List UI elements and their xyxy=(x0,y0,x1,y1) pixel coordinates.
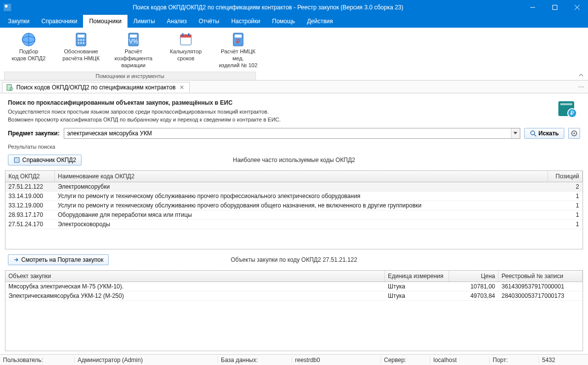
svg-point-33 xyxy=(531,131,535,135)
settings-button[interactable] xyxy=(568,128,580,139)
document-tab-label: Поиск кодов ОКПД/ОКПД2 по спецификациям … xyxy=(16,84,175,91)
dropdown-icon[interactable] xyxy=(511,128,520,138)
menu-helpers[interactable]: Помощники xyxy=(83,15,127,28)
col-positions[interactable]: Позиций xyxy=(548,171,583,182)
objects-toolbar: Смотреть на Портале закупок Объекты заку… xyxy=(5,253,583,266)
svg-point-15 xyxy=(81,42,82,44)
col-price[interactable]: Цена xyxy=(449,271,499,282)
table-row[interactable]: 33.12.19.000 Услуги по ремонту и техниче… xyxy=(5,201,583,210)
okpd2-reference-button[interactable]: Справочник ОКПД2 xyxy=(8,155,82,165)
ribbon-group-label: Помощники и инструменты xyxy=(4,72,256,80)
globe-icon xyxy=(21,32,37,47)
menu-bar: Закупки Справочники Помощники Лимиты Ана… xyxy=(0,15,588,28)
col-object[interactable]: Объект закупки xyxy=(5,271,385,282)
col-code[interactable]: Код ОКПД2 xyxy=(5,171,55,182)
menu-analysis[interactable]: Анализ xyxy=(161,15,193,28)
page-title: Поиск по проклассифицированным объектам … xyxy=(8,99,580,106)
tab-close-button[interactable]: ✕ xyxy=(178,84,185,91)
page-desc-1: Осуществляется поиск простым языком запр… xyxy=(8,108,580,116)
ribbon-label: Подбор кодов ОКПД2 xyxy=(12,48,46,62)
svg-point-11 xyxy=(78,40,80,41)
minimize-button[interactable] xyxy=(521,0,544,15)
search-button-label: Искать xyxy=(539,130,559,137)
search-row: Предмет закупки: Искать xyxy=(5,128,583,139)
results-grid-header: Код ОКПД2 Наименование кода ОКПД2 Позици… xyxy=(5,171,583,182)
svg-rect-3 xyxy=(552,5,557,10)
menu-actions[interactable]: Действия xyxy=(301,15,339,28)
svg-rect-25 xyxy=(235,35,242,38)
book-icon xyxy=(13,157,20,163)
search-label: Предмет закупки: xyxy=(8,130,60,137)
search-combo[interactable] xyxy=(64,128,520,139)
results-label: Результаты поиска xyxy=(5,144,583,150)
ribbon-label: Расчёт коэффициента вариации xyxy=(111,48,156,69)
status-port-value: 5432 xyxy=(539,357,588,364)
table-row[interactable]: 28.93.17.170 Оборудование для переработк… xyxy=(5,210,583,220)
svg-rect-21 xyxy=(180,35,191,38)
search-button[interactable]: Искать xyxy=(524,128,564,139)
view-portal-label: Смотреть на Портале закупок xyxy=(21,256,103,263)
view-portal-button[interactable]: Смотреть на Портале закупок xyxy=(8,254,109,265)
search-doc-icon xyxy=(6,84,13,91)
ribbon-label: Расчёт НМЦК мед. изделий № 102 xyxy=(215,48,261,69)
menu-settings[interactable]: Настройки xyxy=(225,15,266,28)
menu-references[interactable]: Справочники xyxy=(36,15,84,28)
svg-rect-30 xyxy=(560,103,572,105)
col-unit[interactable]: Единица измерения xyxy=(385,271,449,282)
title-bar: Поиск кодов ОКПД/ОКПД2 по спецификациям … xyxy=(0,0,588,15)
ribbon-medical-nmck[interactable]: ₽ Расчёт НМЦК мед. изделий № 102 xyxy=(213,31,263,70)
tab-options-button[interactable]: ⋯ xyxy=(574,83,588,90)
status-bar: Пользователь: Администратор (Admin) База… xyxy=(0,354,588,365)
search-input[interactable] xyxy=(64,128,511,138)
ribbon-label: Калькулятор сроков xyxy=(170,48,202,62)
app-icon xyxy=(0,3,15,11)
document-tab[interactable]: Поиск кодов ОКПД/ОКПД2 по спецификациям … xyxy=(2,82,190,92)
svg-point-16 xyxy=(83,42,84,44)
ribbon-nmck-justification[interactable]: Обоснование расчёта НМЦК xyxy=(56,31,106,70)
svg-rect-10 xyxy=(78,35,84,38)
table-row[interactable]: Электрическаямясорубка УКМ-12 (М-250) Шт… xyxy=(5,291,583,301)
page-header: Поиск по проклассифицированным объектам … xyxy=(5,99,583,124)
table-row[interactable]: 33.14.19.000 Услуги по ремонту и техниче… xyxy=(5,192,583,201)
objects-grid[interactable]: Объект закупки Единица измерения Цена Ре… xyxy=(5,270,583,351)
close-button[interactable] xyxy=(566,0,588,15)
col-name[interactable]: Наименование кода ОКПД2 xyxy=(55,171,548,182)
menu-purchases[interactable]: Закупки xyxy=(2,15,36,28)
document-tabs: Поиск кодов ОКПД/ОКПД2 по спецификациям … xyxy=(0,81,588,93)
svg-line-34 xyxy=(534,134,536,136)
menu-limits[interactable]: Лимиты xyxy=(127,15,161,28)
calculator-percent-icon: V% xyxy=(126,32,141,47)
svg-text:₽: ₽ xyxy=(570,110,574,117)
results-grid[interactable]: Код ОКПД2 Наименование кода ОКПД2 Позици… xyxy=(5,170,583,249)
menu-reports[interactable]: Отчёты xyxy=(193,15,225,28)
status-port-label: Порт: xyxy=(489,357,539,364)
maximize-button[interactable] xyxy=(544,0,566,15)
svg-text:V%: V% xyxy=(129,38,138,45)
page-desc-2: Возможен просмотр классификатора ОКПД по… xyxy=(8,116,580,124)
table-row[interactable]: 27.51.24.170 Электросковороды 1 xyxy=(5,220,583,229)
ribbon-variation-coeff[interactable]: V% Расчёт коэффициента вариации xyxy=(109,31,158,70)
magnifier-icon xyxy=(530,130,537,137)
col-registry[interactable]: Реестровый № записи xyxy=(499,271,583,282)
ribbon-date-calculator[interactable]: Калькулятор сроков xyxy=(161,31,210,70)
status-db-value: reestrdb0 xyxy=(292,357,380,364)
ribbon-label: Обоснование расчёта НМЦК xyxy=(62,48,99,62)
table-row[interactable]: Мясорубка электрическая М-75 (УКМ-10). Ш… xyxy=(5,282,583,291)
page-header-icon: ₽ xyxy=(556,97,578,119)
svg-text:₽: ₽ xyxy=(236,38,240,45)
objects-grid-header: Объект закупки Единица измерения Цена Ре… xyxy=(5,271,583,282)
okpd2-ref-label: Справочник ОКПД2 xyxy=(22,157,76,163)
svg-rect-18 xyxy=(130,35,137,38)
status-server-value: localhost xyxy=(430,357,489,364)
svg-rect-37 xyxy=(14,158,19,162)
svg-point-36 xyxy=(574,133,575,134)
status-user-label: Пользователь: xyxy=(0,357,74,364)
ribbon-collapse-button[interactable] xyxy=(578,72,584,78)
ribbon: Подбор кодов ОКПД2 Обоснование расчёта Н… xyxy=(0,28,588,81)
menu-help[interactable]: Помощь xyxy=(266,15,301,28)
window-title: Поиск кодов ОКПД/ОКПД2 по спецификациям … xyxy=(15,4,521,11)
table-row[interactable]: 27.51.21.122 Электромясорубки 2 xyxy=(5,182,583,192)
ribbon-okpd2-codes[interactable]: Подбор кодов ОКПД2 xyxy=(4,31,53,70)
status-user-value: Администратор (Admin) xyxy=(74,357,217,364)
svg-point-14 xyxy=(78,42,80,44)
